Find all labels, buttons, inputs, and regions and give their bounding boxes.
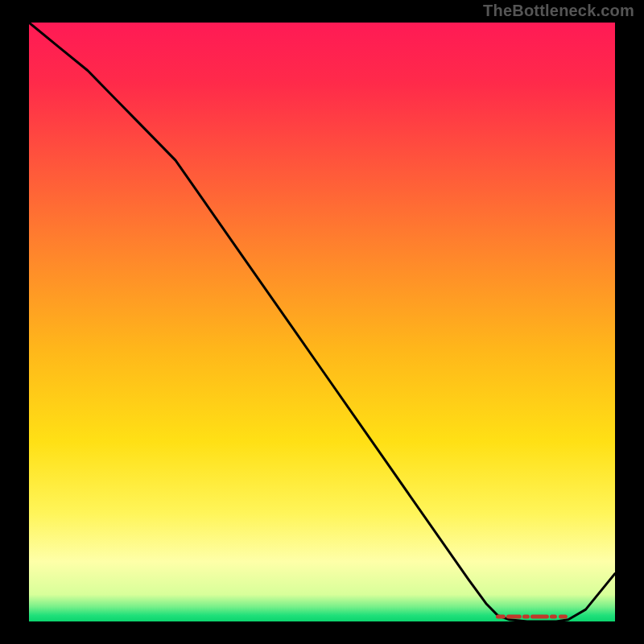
curve-layer bbox=[29, 23, 615, 621]
chart-frame: TheBottleneck.com bbox=[0, 0, 644, 644]
plot-area bbox=[29, 23, 615, 621]
main-curve bbox=[29, 23, 615, 621]
attribution-text: TheBottleneck.com bbox=[483, 2, 634, 20]
